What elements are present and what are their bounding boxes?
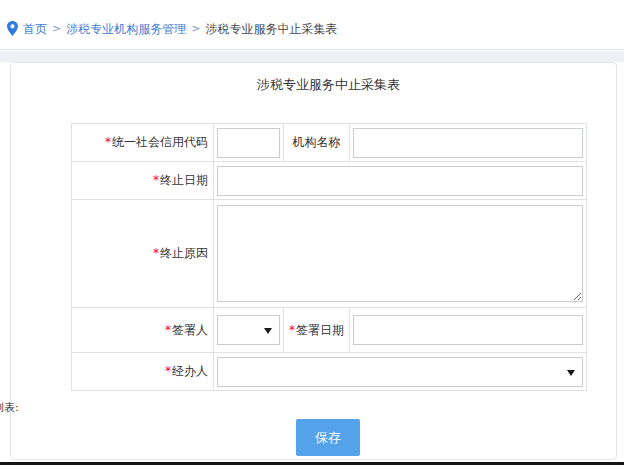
- breadcrumb-home[interactable]: 首页: [23, 22, 47, 36]
- table-row: *签署人 *签署日期: [72, 308, 587, 353]
- table-row: *统一社会信用代码 机构名称: [72, 124, 587, 162]
- breadcrumb-section[interactable]: 涉税专业机构服务管理: [66, 22, 186, 36]
- location-pin-icon: [7, 21, 18, 36]
- signer-select[interactable]: [217, 315, 280, 345]
- page-background-band: [0, 51, 624, 62]
- credit-code-label: *统一社会信用代码: [72, 124, 214, 162]
- end-date-label: *终止日期: [72, 162, 214, 200]
- handler-label: *经办人: [72, 353, 214, 391]
- end-reason-textarea[interactable]: [217, 205, 583, 302]
- required-asterisk: *: [165, 323, 171, 337]
- table-row: *终止日期: [72, 162, 587, 200]
- breadcrumb-separator: >: [52, 22, 61, 36]
- end-reason-label: *终止原因: [72, 200, 214, 308]
- sign-date-label: *签署日期: [284, 308, 350, 353]
- org-name-label: 机构名称: [284, 124, 350, 162]
- required-asterisk: *: [105, 135, 111, 149]
- breadcrumb-bar: 首页 > 涉税专业机构服务管理 > 涉税专业服务中止采集表: [0, 0, 624, 50]
- required-asterisk: *: [289, 323, 295, 337]
- form-panel: 涉税专业服务中止采集表 *统一社会信用代码 机构名称 *终止日期: [10, 62, 617, 460]
- credit-code-input[interactable]: [217, 128, 280, 158]
- signer-label: *签署人: [72, 308, 214, 353]
- table-row: *终止原因: [72, 200, 587, 308]
- footnote-label: 制表:: [0, 400, 19, 415]
- breadcrumb-current: 涉税专业服务中止采集表: [205, 22, 337, 36]
- handler-select[interactable]: [217, 357, 583, 387]
- form-title: 涉税专业服务中止采集表: [71, 76, 586, 94]
- required-asterisk: *: [153, 246, 159, 260]
- form-table: *统一社会信用代码 机构名称 *终止日期 *终止原因: [71, 123, 587, 391]
- end-date-input[interactable]: [217, 166, 583, 196]
- required-asterisk: *: [165, 364, 171, 378]
- breadcrumb-separator: >: [191, 22, 200, 36]
- table-row: *经办人: [72, 353, 587, 391]
- dropdown-caret-icon: [567, 370, 575, 376]
- breadcrumb: 首页 > 涉税专业机构服务管理 > 涉税专业服务中止采集表: [7, 21, 337, 36]
- org-name-input[interactable]: [353, 128, 583, 158]
- required-asterisk: *: [153, 173, 159, 187]
- dropdown-caret-icon: [264, 328, 272, 334]
- sign-date-input[interactable]: [353, 315, 583, 345]
- window-bottom-edge: [0, 462, 624, 465]
- save-button[interactable]: 保存: [296, 419, 360, 456]
